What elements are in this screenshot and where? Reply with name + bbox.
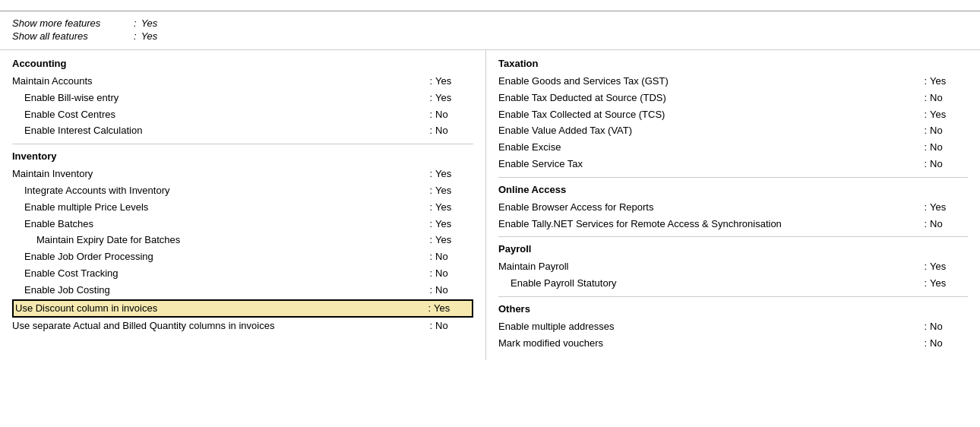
feature-value: No [435,123,473,139]
feature-row: Enable Interest Calculation:No [12,123,473,139]
feature-value: Yes [435,166,473,182]
feature-row: Enable Tally.NET Services for Remote Acc… [498,217,968,232]
feature-row: Enable multiple Price Levels:Yes [12,200,473,216]
feature-value: No [930,90,968,106]
feature-label: Use Discount column in invoices [14,301,426,317]
feature-row: Enable Browser Access for Reports:Yes [498,200,968,216]
feature-row: Mark modified vouchers:No [498,336,968,352]
feature-row: Enable Cost Centres:No [12,107,473,123]
header [0,0,980,11]
feature-row: Enable Value Added Tax (VAT):No [498,123,968,139]
show-features-section: Show more features:YesShow all features:… [0,11,980,50]
feature-label: Enable Interest Calculation [12,123,428,139]
show-features-row: Show more features:Yes [12,17,968,29]
feature-label: Enable Browser Access for Reports [498,200,922,216]
feature-value: No [930,140,968,156]
feature-row: Integrate Accounts with Inventory:Yes [12,183,473,199]
show-features-value: Yes [141,30,158,42]
feature-row: Enable Payroll Statutory:Yes [498,276,968,292]
show-features-label: Show more features [12,17,134,29]
feature-label: Enable Job Costing [12,283,428,299]
feature-value: Yes [435,74,473,90]
feature-label: Enable Goods and Services Tax (GST) [498,74,922,90]
main-content: AccountingMaintain Accounts:YesEnable Bi… [0,50,980,360]
feature-row: Use Discount column in invoices:Yes [12,299,473,318]
feature-value: Yes [434,301,472,317]
feature-value: Yes [435,90,473,106]
feature-value: Yes [435,217,473,232]
feature-row: Enable multiple addresses:No [498,319,968,335]
section-title: Inventory [12,150,473,162]
feature-row: Enable Job Costing:No [12,283,473,299]
feature-label: Enable Cost Tracking [12,266,428,282]
feature-row: Enable Bill-wise entry:Yes [12,90,473,106]
feature-row: Maintain Inventory:Yes [12,166,473,182]
section-title: Others [498,303,968,315]
feature-value: Yes [930,74,968,90]
feature-label: Maintain Payroll [498,259,922,275]
feature-label: Enable Payroll Statutory [498,276,922,292]
right-panel: TaxationEnable Goods and Services Tax (G… [486,50,980,360]
feature-label: Maintain Inventory [12,166,428,182]
show-features-row: Show all features:Yes [12,30,968,42]
feature-row: Maintain Expiry Date for Batches:Yes [12,232,473,248]
feature-label: Enable Job Order Processing [12,249,428,265]
feature-label: Enable Service Tax [498,157,922,172]
feature-label: Enable Excise [498,140,922,156]
feature-label: Enable Batches [12,217,428,232]
feature-label: Enable Tally.NET Services for Remote Acc… [498,217,922,232]
feature-value: No [435,283,473,299]
feature-label: Enable Cost Centres [12,107,428,123]
section-title: Accounting [12,58,473,69]
feature-label: Enable Bill-wise entry [12,90,428,106]
feature-row: Use separate Actual and Billed Quantity … [12,318,473,334]
feature-row: Enable Cost Tracking:No [12,266,473,282]
left-panel: AccountingMaintain Accounts:YesEnable Bi… [0,50,486,360]
feature-value: Yes [930,107,968,123]
feature-value: Yes [930,200,968,216]
feature-row: Enable Tax Collected at Source (TCS):Yes [498,107,968,123]
feature-value: Yes [435,232,473,248]
feature-label: Mark modified vouchers [498,336,922,352]
feature-label: Maintain Expiry Date for Batches [12,232,428,248]
feature-value: Yes [930,276,968,292]
feature-label: Use separate Actual and Billed Quantity … [12,318,428,334]
section-title: Payroll [498,243,968,255]
feature-label: Enable Tax Deducted at Source (TDS) [498,90,922,106]
feature-value: No [435,266,473,282]
section-title: Online Access [498,184,968,195]
feature-value: No [435,318,473,334]
feature-value: No [930,336,968,352]
feature-label: Enable multiple addresses [498,319,922,335]
feature-value: No [930,157,968,172]
feature-label: Integrate Accounts with Inventory [12,183,428,199]
feature-value: No [435,107,473,123]
show-features-value: Yes [141,17,158,29]
feature-row: Enable Batches:Yes [12,217,473,232]
feature-row: Enable Tax Deducted at Source (TDS):No [498,90,968,106]
feature-row: Maintain Payroll:Yes [498,259,968,275]
feature-row: Maintain Accounts:Yes [12,74,473,90]
feature-label: Enable Tax Collected at Source (TCS) [498,107,922,123]
feature-row: Enable Goods and Services Tax (GST):Yes [498,74,968,90]
feature-row: Enable Job Order Processing:No [12,249,473,265]
feature-value: Yes [930,259,968,275]
feature-label: Enable multiple Price Levels [12,200,428,216]
feature-value: No [930,319,968,335]
feature-row: Enable Service Tax:No [498,157,968,172]
feature-value: No [435,249,473,265]
feature-value: Yes [435,183,473,199]
feature-label: Maintain Accounts [12,74,428,90]
feature-row: Enable Excise:No [498,140,968,156]
feature-label: Enable Value Added Tax (VAT) [498,123,922,139]
section-title: Taxation [498,58,968,69]
feature-value: Yes [435,200,473,216]
feature-value: No [930,123,968,139]
show-features-label: Show all features [12,30,134,42]
feature-value: No [930,217,968,232]
